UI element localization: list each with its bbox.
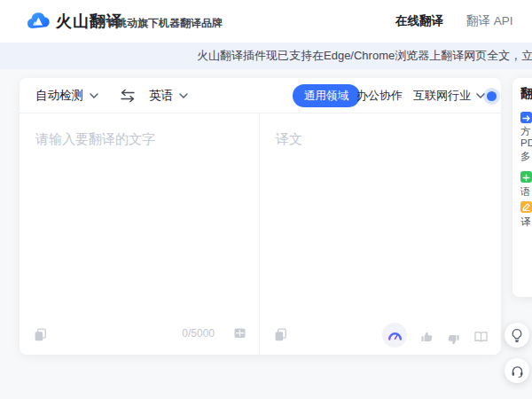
document-translate-icon[interactable]: [520, 112, 532, 123]
feature-sidebar: 翻 方 PD 多 语 译: [512, 78, 532, 297]
nav-online-translate[interactable]: 在线翻译: [395, 13, 443, 29]
post-edit-icon[interactable]: [520, 201, 532, 213]
thumbs-down-icon[interactable]: [447, 332, 460, 346]
banner-text: 火山翻译插件现已支持在Edge/Chrome浏览器上翻译网页全文，立即安装体验吧: [197, 43, 532, 69]
domain-indicator-dot[interactable]: [487, 91, 497, 101]
sidebar-title: 翻: [520, 86, 532, 102]
glossary-plus-icon[interactable]: [520, 171, 532, 183]
chevron-down-icon: [90, 93, 98, 98]
chevron-down-icon: [179, 93, 188, 98]
paste-copy-icon[interactable]: [34, 328, 47, 341]
nav-translate-api[interactable]: 翻译 API: [466, 13, 513, 29]
thumbs-up-icon[interactable]: [420, 331, 434, 344]
customer-service-button[interactable]: [505, 358, 529, 383]
lightbulb-icon: [511, 328, 523, 342]
source-panel: 0/5000: [20, 113, 259, 355]
top-nav: 在线翻译 翻译 API 视频翻译: [395, 0, 532, 43]
sidebar-item-line: 方: [520, 125, 531, 138]
brand-tagline: 字节跳动旗下机器翻译品牌: [95, 16, 223, 31]
swap-languages-icon[interactable]: [118, 88, 137, 104]
sidebar-item-line: PD: [520, 137, 532, 148]
source-language-select[interactable]: 自动检测: [35, 78, 98, 113]
result-placeholder: 译文: [260, 113, 501, 148]
translator-card: 自动检测 英语 通用领域 办公协作 互联网行业: [20, 78, 501, 355]
domain-tab-internet-label: 互联网行业: [413, 78, 471, 113]
gauge-icon: [387, 329, 403, 341]
source-language-label: 自动检测: [35, 88, 83, 104]
tips-lightbulb-button[interactable]: [505, 323, 529, 348]
result-footer: [260, 325, 501, 346]
domain-tab-general[interactable]: 通用领域: [293, 84, 360, 107]
target-language-label: 英语: [149, 88, 173, 104]
grid-keyboard-icon[interactable]: [233, 326, 246, 340]
source-footer: 0/5000: [20, 325, 259, 346]
copy-result-icon[interactable]: [274, 328, 287, 341]
plugin-notice-banner[interactable]: 火山翻译插件现已支持在Edge/Chrome浏览器上翻译网页全文，立即安装体验吧: [0, 43, 532, 69]
chevron-down-icon: [476, 93, 485, 98]
source-text-input[interactable]: [20, 113, 259, 317]
sidebar-item-line: 语: [520, 185, 531, 199]
volcano-logo-icon: [27, 11, 50, 32]
toolbar: 自动检测 英语 通用领域 办公协作 互联网行业: [20, 78, 501, 113]
domain-tab-office[interactable]: 办公协作: [356, 78, 403, 113]
domain-tab-internet[interactable]: 互联网行业: [413, 78, 485, 113]
quality-score-button[interactable]: [382, 323, 407, 348]
sidebar-item-line: 译: [520, 215, 531, 229]
char-counter: 0/5000: [182, 327, 215, 340]
header: 火山翻译 字节跳动旗下机器翻译品牌 在线翻译 翻译 API 视频翻译: [0, 0, 532, 43]
result-panel: 译文: [259, 113, 501, 355]
sidebar-item-line: 多: [520, 150, 531, 163]
target-language-select[interactable]: 英语: [149, 78, 188, 113]
headset-icon: [511, 364, 524, 378]
dictionary-book-icon[interactable]: [473, 331, 489, 343]
